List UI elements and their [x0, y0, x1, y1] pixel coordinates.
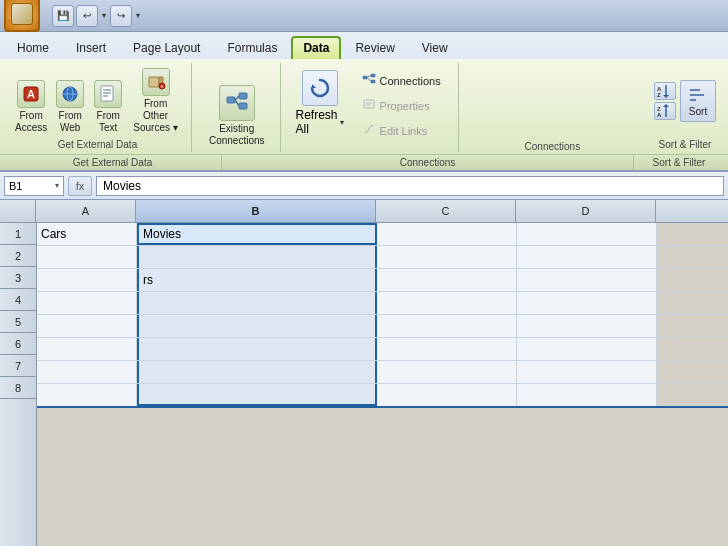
cell-c1[interactable] — [377, 223, 517, 245]
from-access-button[interactable]: A FromAccess — [12, 77, 50, 137]
row-header-1[interactable]: 1 — [0, 223, 36, 245]
save-button[interactable]: 💾 — [52, 5, 74, 27]
row-header-5[interactable]: 5 — [0, 311, 36, 333]
cell-b8[interactable] — [137, 384, 377, 406]
col-header-c[interactable]: C — [376, 200, 516, 222]
svg-rect-9 — [149, 77, 159, 87]
cell-c7[interactable] — [377, 361, 517, 383]
cell-b3[interactable]: rs — [137, 269, 377, 291]
svg-rect-13 — [227, 97, 235, 103]
undo-dropdown[interactable]: ▾ — [100, 11, 108, 20]
col-header-b[interactable]: B — [136, 200, 376, 222]
cell-a3[interactable] — [37, 269, 137, 291]
cell-d3[interactable] — [517, 269, 657, 291]
tab-home[interactable]: Home — [4, 36, 62, 59]
from-access-label: FromAccess — [15, 110, 47, 134]
tab-review[interactable]: Review — [342, 36, 407, 59]
tab-data[interactable]: Data — [291, 36, 341, 59]
cell-c5[interactable] — [377, 315, 517, 337]
svg-text:A: A — [657, 112, 662, 118]
from-web-icon — [56, 80, 84, 108]
cell-d6[interactable] — [517, 338, 657, 360]
tab-page-layout[interactable]: Page Layout — [120, 36, 213, 59]
refresh-all-button[interactable]: RefreshAll ▾ — [291, 67, 349, 139]
svg-rect-14 — [239, 93, 247, 99]
svg-line-27 — [367, 126, 371, 132]
office-button[interactable] — [4, 0, 40, 32]
sort-buttons: A Z Z A — [654, 65, 716, 137]
edit-links-icon — [362, 122, 376, 139]
cell-a8[interactable] — [37, 384, 137, 406]
refresh-all-dropdown[interactable]: ▾ — [340, 118, 344, 127]
connections-label: Connections — [380, 75, 441, 87]
from-other-sources-button[interactable]: + From OtherSources ▾ — [128, 65, 183, 137]
table-row: rs — [37, 269, 728, 292]
cell-c8[interactable] — [377, 384, 517, 406]
properties-item: Properties — [357, 94, 446, 117]
cell-d2[interactable] — [517, 246, 657, 268]
cell-a7[interactable] — [37, 361, 137, 383]
sort-za-button[interactable]: Z A — [654, 102, 676, 120]
row-header-7[interactable]: 7 — [0, 355, 36, 377]
cell-b1[interactable]: Movies — [137, 223, 377, 245]
cell-a2[interactable] — [37, 246, 137, 268]
cell-b5[interactable] — [137, 315, 377, 337]
connections-item[interactable]: Connections — [357, 69, 446, 92]
sort-button[interactable]: Sort — [680, 80, 716, 122]
row-header-8[interactable]: 8 — [0, 377, 36, 399]
tab-view[interactable]: View — [409, 36, 461, 59]
row-header-3[interactable]: 3 — [0, 267, 36, 289]
svg-text:+: + — [160, 83, 163, 89]
col-header-d[interactable]: D — [516, 200, 656, 222]
cell-d1[interactable] — [517, 223, 657, 245]
tab-insert[interactable]: Insert — [63, 36, 119, 59]
cell-b7[interactable] — [137, 361, 377, 383]
cell-b4[interactable] — [137, 292, 377, 314]
get-external-data-label: Get External Data — [58, 137, 137, 150]
cell-c2[interactable] — [377, 246, 517, 268]
name-box[interactable]: B1 ▾ — [4, 176, 64, 196]
cell-c4[interactable] — [377, 292, 517, 314]
svg-marker-18 — [312, 84, 316, 88]
row-header-6[interactable]: 6 — [0, 333, 36, 355]
cell-d8[interactable] — [517, 384, 657, 406]
from-web-button[interactable]: FromWeb — [52, 77, 88, 137]
row-headers: 1 2 3 4 5 6 7 8 — [0, 223, 37, 546]
name-box-dropdown[interactable]: ▾ — [55, 181, 59, 190]
from-text-button[interactable]: FromText — [90, 77, 126, 137]
cell-d5[interactable] — [517, 315, 657, 337]
cell-d4[interactable] — [517, 292, 657, 314]
row-header-4[interactable]: 4 — [0, 289, 36, 311]
corner-cell — [0, 200, 36, 222]
title-bar: 💾 ↩ ▾ ↪ ▾ — [0, 0, 728, 32]
from-text-label: FromText — [97, 110, 120, 134]
get-external-data-group: A FromAccess FromWeb — [4, 63, 192, 152]
tab-formulas[interactable]: Formulas — [214, 36, 290, 59]
properties-icon — [362, 97, 376, 114]
cell-b2[interactable] — [137, 246, 377, 268]
col-header-a[interactable]: A — [36, 200, 136, 222]
cell-c6[interactable] — [377, 338, 517, 360]
from-access-icon: A — [17, 80, 45, 108]
svg-line-16 — [235, 96, 239, 100]
customize-qat-dropdown[interactable]: ▾ — [134, 11, 142, 20]
spreadsheet: A B C D 1 2 3 4 5 6 7 8 Cars Movies — [0, 200, 728, 546]
sort-az-button[interactable]: A Z — [654, 82, 676, 100]
existing-connections-button[interactable]: ExistingConnections — [202, 82, 272, 150]
formula-input[interactable]: Movies — [96, 176, 724, 196]
svg-rect-20 — [371, 74, 375, 77]
cell-d7[interactable] — [517, 361, 657, 383]
connections-icon — [362, 72, 376, 89]
row-header-2[interactable]: 2 — [0, 245, 36, 267]
cell-a6[interactable] — [37, 338, 137, 360]
formula-button[interactable]: fx — [68, 176, 92, 196]
cell-a4[interactable] — [37, 292, 137, 314]
cell-a5[interactable] — [37, 315, 137, 337]
cell-b6[interactable] — [137, 338, 377, 360]
cell-a1[interactable]: Cars — [37, 223, 137, 245]
svg-text:Z: Z — [657, 92, 661, 98]
redo-button[interactable]: ↪ — [110, 5, 132, 27]
edit-links-label: Edit Links — [380, 125, 428, 137]
undo-button[interactable]: ↩ — [76, 5, 98, 27]
cell-c3[interactable] — [377, 269, 517, 291]
